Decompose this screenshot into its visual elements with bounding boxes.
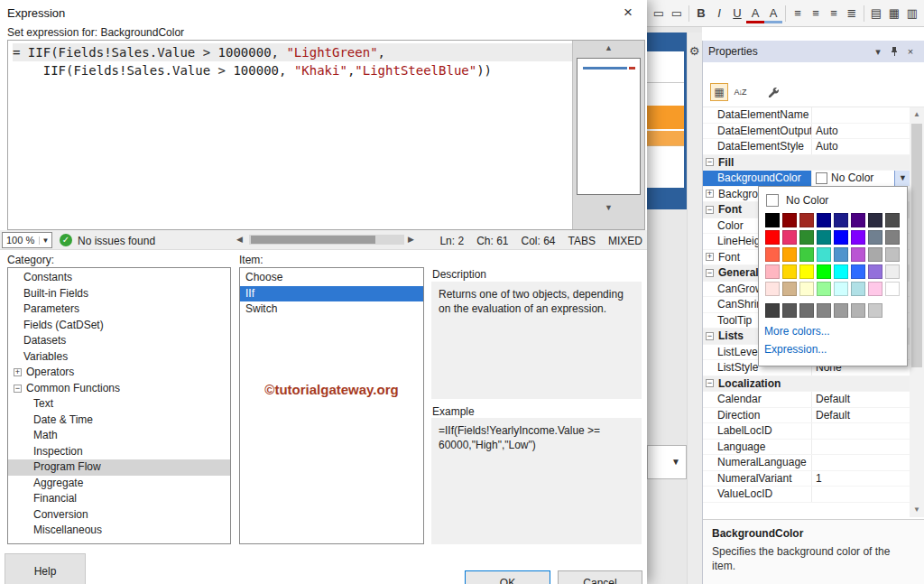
color-swatch[interactable] (850, 246, 866, 263)
tree-expander-icon[interactable]: − (706, 158, 714, 166)
color-swatch[interactable] (867, 229, 883, 246)
color-swatch[interactable] (799, 246, 815, 263)
property-value[interactable] (811, 423, 910, 439)
color-swatch[interactable] (850, 212, 866, 228)
categorized-view-button[interactable]: ▦ (710, 83, 728, 101)
color-swatch[interactable] (799, 229, 815, 246)
scroll-right-icon[interactable]: ▶ (408, 235, 414, 244)
dialog-close-icon[interactable]: × (618, 4, 638, 22)
color-swatch[interactable] (816, 302, 832, 319)
ok-button[interactable]: OK (465, 570, 550, 584)
scroll-up-icon[interactable]: ▲ (573, 43, 644, 52)
gear-icon[interactable]: ⚙ (687, 44, 702, 58)
tree-expander-icon[interactable]: + (706, 253, 714, 261)
color-swatch[interactable] (884, 229, 901, 246)
color-swatch[interactable] (781, 302, 798, 319)
color-swatch[interactable] (816, 212, 832, 228)
pin-icon[interactable] (886, 43, 902, 60)
scrollbar-thumb[interactable] (251, 236, 375, 244)
property-row-direction[interactable]: DirectionDefault (703, 408, 910, 424)
color-swatch[interactable] (850, 302, 866, 319)
color-swatch[interactable] (781, 229, 798, 246)
color-swatch[interactable] (850, 281, 866, 297)
category-item-miscellaneous[interactable]: Miscellaneous (8, 523, 230, 539)
property-value[interactable] (811, 440, 910, 455)
property-value[interactable]: 1 (811, 471, 910, 487)
category-item-parameters[interactable]: Parameters (8, 301, 230, 318)
color-swatch[interactable] (884, 281, 901, 297)
property-row-language[interactable]: Language (703, 440, 910, 456)
editor-line-2[interactable]: IIF(Fields!Sales.Value > 100000, "Khaki"… (13, 61, 572, 79)
tree-expander-icon[interactable]: − (14, 385, 22, 393)
color-swatch[interactable] (884, 264, 901, 280)
color-swatch[interactable] (850, 229, 866, 246)
alphabetical-sort-button[interactable]: A↓Z (731, 83, 749, 101)
color-swatch[interactable] (833, 229, 849, 246)
color-swatch[interactable] (816, 246, 832, 263)
property-row-dataelementname[interactable]: DataElementName (703, 107, 910, 124)
scrollbar-thumb[interactable] (911, 124, 922, 367)
report-header-cell[interactable] (647, 106, 684, 130)
property-row-dataelementstyle[interactable]: DataElementStyleAuto (703, 139, 910, 155)
category-item-common-functions[interactable]: −Common Functions (8, 381, 230, 397)
color-swatch[interactable] (816, 264, 832, 280)
category-item-variables[interactable]: Variables (8, 349, 230, 366)
color-swatch[interactable] (764, 264, 781, 280)
scroll-left-icon[interactable]: ◀ (236, 235, 243, 244)
color-swatch[interactable] (799, 281, 815, 297)
property-value[interactable]: No Color▼ (811, 171, 910, 186)
color-swatch[interactable] (781, 264, 798, 280)
property-row-valuelocid[interactable]: ValueLocID (703, 487, 910, 503)
report-page[interactable] (647, 51, 684, 188)
property-value[interactable]: Default (811, 408, 910, 423)
category-item-date-time[interactable]: Date & Time (8, 413, 230, 429)
category-item-financial[interactable]: Financial (8, 491, 230, 507)
cancel-button[interactable]: Cancel (558, 570, 642, 584)
expression-editor[interactable]: = IIF(Fields!Sales.Value > 1000000, "Lig… (7, 40, 645, 230)
more-colors-link[interactable]: More colors... (764, 325, 901, 338)
color-swatch[interactable] (884, 246, 901, 263)
property-value[interactable] (811, 107, 910, 123)
category-item-conversion[interactable]: Conversion (8, 507, 230, 524)
close-icon[interactable]: × (902, 43, 919, 60)
color-swatch[interactable] (781, 246, 798, 263)
help-button[interactable]: Help (5, 553, 86, 584)
item-iif[interactable]: IIf (240, 286, 423, 302)
category-listbox[interactable]: ConstantsBuilt-in FieldsParametersFields… (7, 267, 231, 544)
properties-title-bar[interactable]: Properties ▾ × (703, 41, 924, 62)
property-row-labellocid[interactable]: LabelLocID (703, 423, 910, 440)
color-swatch[interactable] (764, 229, 781, 246)
color-swatch[interactable] (781, 281, 798, 297)
dropdown-button[interactable]: ▼ (894, 171, 910, 186)
property-row-fill[interactable]: −Fill (703, 155, 910, 171)
color-swatch[interactable] (816, 229, 832, 246)
color-swatch[interactable] (816, 281, 832, 297)
color-swatch[interactable] (884, 212, 901, 228)
toolbar-icon[interactable]: ▦ (885, 4, 903, 23)
color-swatch[interactable] (764, 212, 781, 228)
design-dropdown[interactable]: ▼ (647, 445, 687, 479)
toolbar-icon[interactable]: B (692, 4, 710, 23)
property-value[interactable]: Auto (811, 124, 910, 139)
property-row-calendar[interactable]: CalendarDefault (703, 392, 910, 408)
tree-expander-icon[interactable]: + (706, 190, 714, 198)
category-item-math[interactable]: Math (8, 428, 230, 444)
color-swatch[interactable] (833, 212, 849, 228)
category-item-constants[interactable]: Constants (8, 270, 230, 286)
color-swatch[interactable] (764, 246, 781, 263)
toolbar-icon[interactable]: A (764, 6, 782, 23)
item-choose[interactable]: Choose (240, 270, 423, 286)
scroll-down-icon[interactable]: ▼ (573, 203, 644, 212)
category-item-built-in-fields[interactable]: Built-in Fields (8, 286, 230, 302)
color-swatch[interactable] (867, 246, 883, 263)
property-value[interactable] (811, 487, 910, 502)
toolbar-icon[interactable]: A (746, 6, 764, 23)
color-swatch[interactable] (764, 302, 781, 319)
color-swatch[interactable] (799, 302, 815, 319)
color-swatch[interactable] (764, 281, 781, 297)
category-item-datasets[interactable]: Datasets (8, 333, 230, 349)
property-row-dataelementoutput[interactable]: DataElementOutputAuto (703, 124, 910, 140)
color-swatch[interactable] (867, 264, 883, 280)
horizontal-scrollbar[interactable] (249, 235, 404, 245)
toolbar-icon[interactable]: I (710, 4, 728, 23)
